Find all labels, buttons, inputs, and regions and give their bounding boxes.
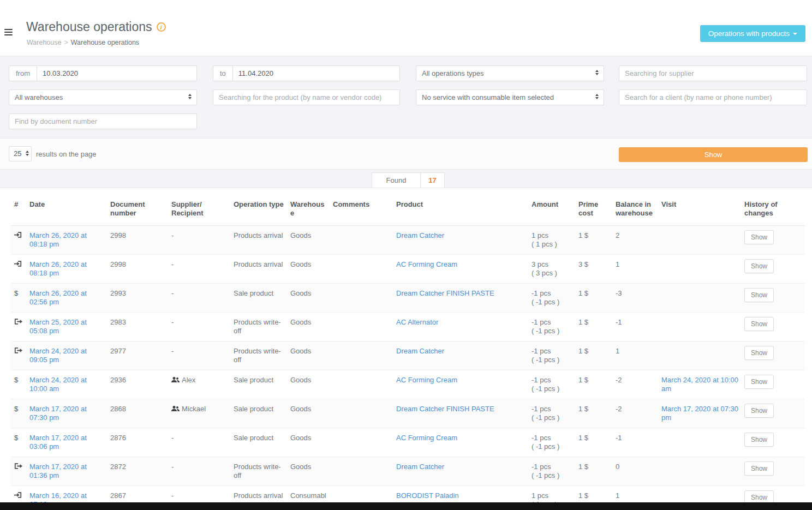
supplier-cell: Alex xyxy=(171,370,234,399)
product-link[interactable]: AC Alternator xyxy=(396,318,438,326)
operation-date-link[interactable]: March 25, 2020 at 05:08 pm xyxy=(29,318,87,335)
date-from-input[interactable] xyxy=(37,65,197,81)
sign-out-icon xyxy=(14,463,22,470)
breadcrumb: Warehouse>Warehouse operations xyxy=(27,39,139,46)
table-row: $March 17, 2020 at 07:30 pm2868MickaelSa… xyxy=(11,399,805,428)
product-link[interactable]: Dream Catcher xyxy=(396,347,444,355)
warehouse-cell: Goods xyxy=(290,284,333,312)
chevron-down-icon xyxy=(793,33,797,35)
per-page-select[interactable]: 25 xyxy=(9,146,32,161)
operation-date-link[interactable]: March 26, 2020 at 08:18 pm xyxy=(29,231,87,248)
date-to-input[interactable] xyxy=(232,65,400,81)
col-header-warehouse: Warehouse xyxy=(290,194,333,225)
operation-date-link[interactable]: March 26, 2020 at 08:18 pm xyxy=(29,260,87,277)
visit-cell xyxy=(661,255,744,283)
operation-date-link[interactable]: March 24, 2020 at 10:00 am xyxy=(29,376,87,393)
table-row: $March 26, 2020 at 02:56 pm2993-Sale pro… xyxy=(11,284,805,313)
history-show-button[interactable]: Show xyxy=(744,288,774,302)
amount-cell: -1 pcs( -1 pcs ) xyxy=(532,399,578,428)
document-number-input[interactable] xyxy=(9,113,197,129)
balance-cell: 0 xyxy=(616,457,661,485)
visit-cell xyxy=(661,428,744,457)
operation-icon-cell xyxy=(11,313,29,341)
product-link[interactable]: AC Forming Cream xyxy=(396,376,457,384)
amount-cell: -1 pcs( -1 pcs ) xyxy=(532,313,578,341)
history-show-button[interactable]: Show xyxy=(744,317,774,331)
info-icon[interactable]: i xyxy=(157,22,166,32)
history-show-button[interactable]: Show xyxy=(744,433,774,447)
balance-cell: 2 xyxy=(616,226,661,254)
col-header-balance: Balance in warehouse xyxy=(616,194,661,225)
amount-cell: 1 pcs( 1 pcs ) xyxy=(532,226,578,254)
balance-cell: -1 xyxy=(616,428,661,457)
operation-date-link[interactable]: March 24, 2020 at 09:05 pm xyxy=(29,347,87,364)
document-number-cell: 2998 xyxy=(110,226,171,254)
supplier-cell: - xyxy=(171,313,234,341)
product-cell: AC Forming Cream xyxy=(396,428,532,457)
date-cell: March 17, 2020 at 03:06 pm xyxy=(29,428,110,457)
product-link[interactable]: AC Forming Cream xyxy=(396,434,457,442)
operation-date-link[interactable]: March 17, 2020 at 03:06 pm xyxy=(29,434,87,451)
visit-cell: March 17, 2020 at 07:30 pm xyxy=(661,399,744,428)
filters-panel: from to All operations types All warehou… xyxy=(0,56,812,138)
document-number-cell: 2983 xyxy=(110,313,171,341)
visit-link[interactable]: March 17, 2020 at 07:30 pm xyxy=(661,405,738,422)
found-tab[interactable]: Found 17 xyxy=(372,172,445,188)
table-row: March 17, 2020 at 01:36 pm2872-Products … xyxy=(11,457,805,486)
operation-icon-cell xyxy=(11,341,29,370)
operation-icon-cell xyxy=(11,457,29,485)
operations-type-select[interactable]: All operations types xyxy=(416,65,604,81)
history-show-button[interactable]: Show xyxy=(744,461,774,476)
document-number-cell: 2998 xyxy=(110,255,171,283)
page-title: Warehouse operationsi xyxy=(26,20,166,34)
history-cell: Show xyxy=(744,399,805,428)
product-link[interactable]: Dream Catcher FINISH PASTE xyxy=(396,405,494,413)
product-search-input[interactable] xyxy=(213,89,400,105)
visit-link[interactable]: March 24, 2020 at 10:00 am xyxy=(661,376,738,393)
history-cell: Show xyxy=(744,341,805,370)
history-cell: Show xyxy=(744,370,805,399)
product-link[interactable]: AC Forming Cream xyxy=(396,260,457,268)
history-show-button[interactable]: Show xyxy=(744,346,774,360)
operations-with-products-button[interactable]: Operations with products xyxy=(700,25,805,42)
product-cell: AC Alternator xyxy=(396,313,532,341)
operation-date-link[interactable]: March 26, 2020 at 02:56 pm xyxy=(29,289,87,306)
warehouses-select[interactable]: All warehouses xyxy=(9,89,197,105)
table-row: March 26, 2020 at 08:18 pm2998-Products … xyxy=(11,226,805,255)
warehouse-cell: Goods xyxy=(290,255,333,283)
service-consumable-select[interactable]: No service with consumable item selected xyxy=(416,89,604,105)
operation-date-link[interactable]: March 17, 2020 at 07:30 pm xyxy=(29,405,87,422)
table-row: $March 17, 2020 at 03:06 pm2876-Sale pro… xyxy=(11,428,805,457)
hamburger-menu-icon[interactable] xyxy=(4,29,13,36)
product-link[interactable]: Dream Catcher FINISH PASTE xyxy=(396,289,494,297)
found-count-badge: 17 xyxy=(420,172,445,188)
prime-cost-cell: 1 $ xyxy=(578,370,616,399)
history-show-button[interactable]: Show xyxy=(744,404,774,418)
warehouse-cell: Goods xyxy=(290,226,333,254)
breadcrumb-current: Warehouse operations xyxy=(71,39,139,46)
client-search-input[interactable] xyxy=(619,89,807,105)
from-label: from xyxy=(9,65,37,81)
operation-date-link[interactable]: March 17, 2020 at 01:36 pm xyxy=(29,463,87,479)
operation-icon-cell xyxy=(11,226,29,254)
col-header-date: Date xyxy=(29,194,110,225)
product-cell: AC Forming Cream xyxy=(396,370,532,399)
history-show-button[interactable]: Show xyxy=(744,230,774,244)
users-icon xyxy=(171,405,180,412)
show-results-button[interactable]: Show xyxy=(619,147,808,162)
history-show-button[interactable]: Show xyxy=(744,259,774,273)
product-link[interactable]: Dream Catcher xyxy=(396,463,444,471)
found-tab-label[interactable]: Found xyxy=(372,172,420,188)
history-show-button[interactable]: Show xyxy=(744,375,774,389)
sign-out-icon xyxy=(14,318,22,325)
sign-in-icon xyxy=(14,231,22,238)
product-link[interactable]: Dream Catcher xyxy=(396,231,444,239)
select-arrows-icon xyxy=(188,94,192,99)
date-cell: March 26, 2020 at 08:18 pm xyxy=(29,255,110,283)
comments-cell xyxy=(333,457,396,485)
comments-cell xyxy=(333,341,396,370)
supplier-search-input[interactable] xyxy=(619,65,807,81)
breadcrumb-warehouse-link[interactable]: Warehouse xyxy=(27,39,61,46)
history-cell: Show xyxy=(744,428,805,457)
product-link[interactable]: BORODIST Paladin xyxy=(396,491,459,500)
